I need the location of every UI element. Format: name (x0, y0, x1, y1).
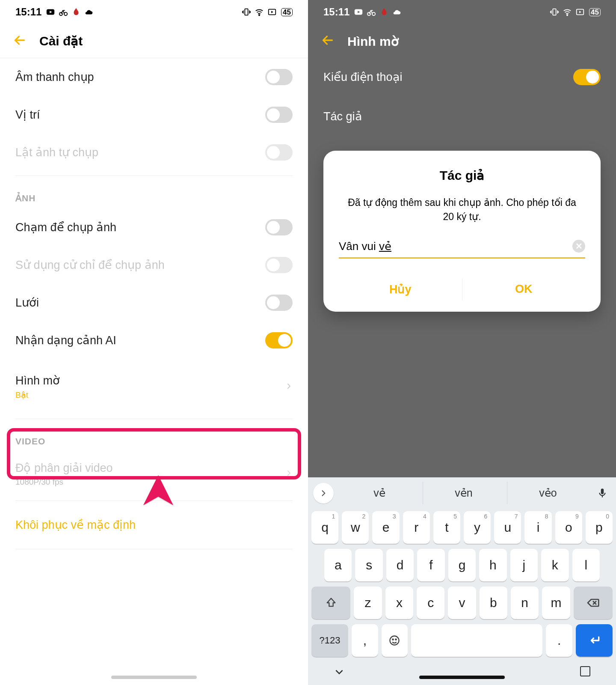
svg-point-1 (59, 12, 62, 15)
expand-button[interactable] (313, 483, 334, 503)
dialog-buttons: Hủy OK (339, 276, 585, 303)
key-n[interactable]: n (511, 587, 539, 619)
key-t[interactable]: t5 (433, 511, 460, 544)
key-a[interactable]: a (324, 549, 352, 581)
shift-key[interactable] (311, 587, 350, 619)
svg-point-12 (390, 636, 399, 645)
key-g[interactable]: g (448, 549, 476, 581)
cast-icon (267, 7, 277, 17)
toggle-device-model[interactable] (573, 69, 601, 85)
row-shutter-sound[interactable]: Âm thanh chụp (0, 58, 308, 96)
row-grid[interactable]: Lưới (0, 284, 308, 322)
mic-button[interactable] (594, 485, 611, 502)
suggestion[interactable]: vẻn (423, 482, 504, 504)
toggle-shutter-sound[interactable] (265, 69, 293, 85)
cast-icon (575, 7, 585, 17)
row-label: Âm thanh chụp (15, 70, 94, 84)
nav-down-icon[interactable] (334, 666, 345, 679)
row-gesture[interactable]: Sử dụng cử chỉ để chụp ảnh (0, 246, 308, 284)
key-b[interactable]: b (480, 587, 507, 619)
cancel-button[interactable]: Hủy (339, 276, 462, 303)
row-tap-to-shoot[interactable]: Chạm để chụp ảnh (0, 208, 308, 246)
author-input[interactable]: Vân vui vẻ (339, 240, 569, 253)
home-indicator[interactable] (111, 676, 197, 679)
suggestion[interactable]: vẻo (507, 482, 589, 504)
key-d[interactable]: d (386, 549, 414, 581)
key-l[interactable]: l (572, 549, 600, 581)
youtube-icon (354, 7, 363, 17)
key-m[interactable]: m (542, 587, 570, 619)
author-input-row: Vân vui vẻ ✕ (339, 237, 585, 259)
row-location[interactable]: Vị trí (0, 96, 308, 134)
input-value-suffix: vẻ (379, 240, 391, 253)
svg-point-7 (367, 12, 370, 15)
key-j[interactable]: j (510, 549, 538, 581)
back-button[interactable] (320, 33, 335, 50)
key-q[interactable]: q1 (311, 511, 338, 544)
period-key[interactable]: . (546, 624, 572, 657)
toggle-mirror-selfie[interactable] (265, 144, 293, 161)
backspace-key[interactable] (574, 587, 613, 619)
ok-button[interactable]: OK (462, 276, 586, 303)
row-label: Hình mờ (15, 374, 60, 387)
key-x[interactable]: x (385, 587, 413, 619)
key-u[interactable]: u7 (494, 511, 521, 544)
row-label: Kiểu điện thoại (323, 70, 403, 84)
divider (15, 176, 293, 176)
svg-rect-9 (553, 9, 556, 15)
row-label: Lật ảnh tự chụp (15, 146, 98, 159)
key-p[interactable]: p0 (586, 511, 613, 544)
suggestion[interactable]: vẻ (339, 482, 420, 504)
keyboard-row-3: zxcvbnm (308, 584, 616, 622)
reset-defaults[interactable]: Khôi phục về mặc định (0, 505, 308, 545)
home-indicator[interactable] (419, 676, 505, 679)
key-c[interactable]: c (417, 587, 444, 619)
battery-level: 45 (281, 8, 293, 16)
toggle-grid[interactable] (265, 295, 293, 311)
page-title: Cài đặt (39, 33, 83, 48)
key-v[interactable]: v (448, 587, 476, 619)
key-k[interactable]: k (541, 549, 569, 581)
key-s[interactable]: s (355, 549, 382, 581)
row-device-model[interactable]: Kiểu điện thoại (308, 58, 616, 96)
toggle-ai-scene[interactable] (265, 332, 293, 348)
statusbar: 15:11 45 (0, 0, 308, 24)
status-icons-right (242, 7, 277, 17)
svg-point-14 (396, 639, 397, 640)
enter-key[interactable] (576, 624, 613, 657)
key-r[interactable]: r4 (403, 511, 430, 544)
emoji-key[interactable] (382, 624, 408, 657)
row-ai-scene[interactable]: Nhận dạng cảnh AI (0, 322, 308, 359)
row-watermark[interactable]: Hình mờ Bật (0, 359, 308, 414)
bike-icon (367, 7, 376, 17)
key-o[interactable]: o9 (555, 511, 582, 544)
back-button[interactable] (12, 33, 27, 50)
key-w[interactable]: w2 (342, 511, 369, 544)
clock: 15:11 (15, 6, 41, 18)
key-h[interactable]: h (479, 549, 506, 581)
space-key[interactable] (411, 624, 542, 657)
dialog-title: Tác giả (339, 168, 585, 183)
clear-button[interactable]: ✕ (572, 240, 585, 253)
row-mirror-selfie[interactable]: Lật ảnh tự chụp (0, 134, 308, 171)
nav-recent-icon[interactable] (580, 666, 590, 676)
key-i[interactable]: i8 (524, 511, 551, 544)
key-z[interactable]: z (354, 587, 382, 619)
toggle-location[interactable] (265, 107, 293, 123)
divider (15, 549, 293, 549)
key-f[interactable]: f (417, 549, 444, 581)
row-label: Độ phân giải video (15, 461, 113, 475)
clock: 15:11 (323, 6, 349, 18)
comma-key[interactable]: , (352, 624, 378, 657)
row-video-resolution[interactable]: Độ phân giải video 1080P/30 fps (0, 452, 308, 496)
key-y[interactable]: y6 (464, 511, 491, 544)
row-author[interactable]: Tác giả (308, 96, 616, 134)
toggle-tap-to-shoot[interactable] (265, 219, 293, 235)
vibrate-icon (550, 7, 559, 17)
key-e[interactable]: e3 (372, 511, 399, 544)
toggle-gesture[interactable] (265, 257, 293, 273)
row-sublabel: Bật (15, 390, 60, 400)
numeric-key[interactable]: ?123 (311, 624, 348, 657)
cloud-icon (392, 7, 402, 17)
bike-icon (59, 7, 68, 17)
